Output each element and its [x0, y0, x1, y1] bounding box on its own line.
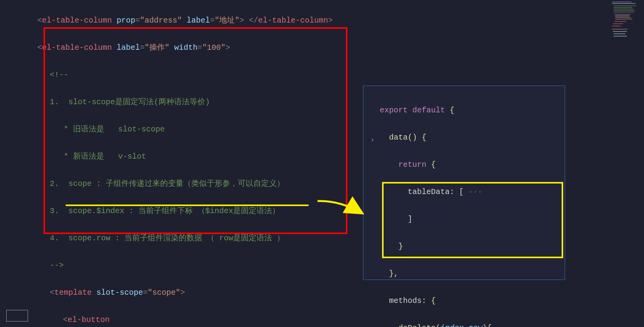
svg-rect-14	[612, 29, 628, 30]
svg-rect-16	[614, 33, 625, 34]
svg-rect-9	[615, 17, 631, 18]
svg-rect-4	[614, 9, 633, 9]
svg-rect-10	[615, 19, 632, 19]
code-line[interactable]: return {	[380, 158, 558, 171]
svg-rect-13	[612, 26, 621, 26]
svg-rect-17	[614, 36, 627, 37]
minimap[interactable]	[611, 1, 643, 58]
code-line[interactable]: }	[380, 240, 558, 253]
bracket: <	[37, 16, 42, 25]
svg-rect-2	[614, 5, 636, 6]
code-peek-panel[interactable]: export default { data() { return { table…	[363, 86, 565, 280]
string: "地址"	[215, 16, 239, 25]
fold-chevron-icon[interactable]: ›	[370, 134, 375, 147]
svg-rect-3	[614, 7, 632, 8]
svg-rect-1	[612, 3, 635, 4]
attr: label	[187, 16, 210, 25]
svg-rect-15	[613, 31, 627, 32]
svg-rect-12	[613, 23, 623, 24]
code-line[interactable]: data() {	[380, 131, 558, 144]
comment-line[interactable]: <!--	[0, 68, 644, 82]
code-line[interactable]: },	[380, 267, 558, 280]
svg-rect-0	[612, 2, 632, 2]
code-line[interactable]: ]	[380, 212, 558, 226]
code-line[interactable]: <el-table-column label="操作" width="100">	[0, 41, 644, 54]
code-line[interactable]: methods: {	[380, 294, 558, 308]
svg-rect-8	[615, 16, 629, 16]
svg-rect-7	[614, 14, 631, 15]
svg-rect-11	[614, 21, 626, 22]
code-editor-right[interactable]: export default { data() { return { table…	[363, 86, 565, 327]
tag: el-table-column	[42, 16, 112, 25]
attr: prop	[117, 16, 135, 25]
svg-rect-6	[614, 12, 634, 12]
string: "address"	[140, 16, 182, 25]
code-line[interactable]: <el-table-column prop="address" label="地…	[0, 14, 644, 27]
code-line[interactable]: tableData: [ ···	[380, 185, 558, 199]
code-line[interactable]: export default {	[380, 103, 558, 117]
svg-rect-5	[614, 10, 635, 11]
code-line[interactable]: doDelete(index,row){	[380, 321, 558, 327]
